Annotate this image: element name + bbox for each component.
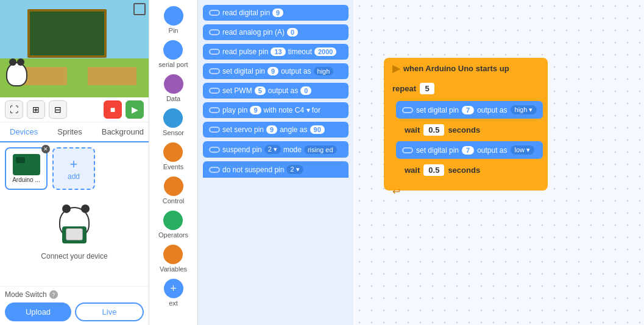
block-num-9b: 9 [250,106,261,114]
pin-num-7b[interactable]: 7 [462,146,474,155]
block-text: suspend pin [222,145,262,154]
script-stack: ▶ when Arduino Uno starts up repeat 5 se… [384,58,548,190]
grid1-button[interactable]: ⊞ [27,100,45,119]
connect-device-area: Connect your device [5,195,144,267]
tab-devices[interactable]: Devices [0,122,48,142]
wait-label-1: wait [405,125,420,135]
block-suspend-pin[interactable]: suspend pin 2 ▾ mode rising ed [203,141,349,158]
block-oval-icon [209,147,220,153]
block-oval-icon [209,127,220,133]
category-pin[interactable]: Pin [164,6,183,34]
category-operators[interactable]: Operators [158,211,188,239]
stage-area [0,0,149,97]
close-device-icon[interactable]: ✕ [41,145,50,153]
block-num-5: 5 [255,86,266,95]
repeat-num[interactable]: 5 [420,83,434,94]
block-drop-2b: 2 ▾ [286,165,303,174]
block-set-pwm[interactable]: set PWM 5 output as 0 [203,83,349,99]
panda-robot-icon [50,201,99,250]
block-text: set PWM [222,86,252,95]
category-variables[interactable]: Variables [160,245,187,273]
pin-icon [164,6,183,26]
mode-switch-label: Mode Switch [5,290,47,299]
play-button[interactable]: ▶ [126,100,144,119]
script-wait-1: wait 0.5 seconds [396,121,548,139]
block-num-0: 0 [300,86,311,95]
data-icon [164,74,183,94]
tab-sprites[interactable]: Sprites [48,122,91,141]
script-wait-2: wait 0.5 seconds [396,161,548,180]
script-footer: ↩ [384,181,548,190]
wait-num-2[interactable]: 0.5 [423,164,444,176]
live-button[interactable]: Live [75,302,144,321]
block-read-analog[interactable]: read analog pin (A) 0 [203,24,349,40]
toolbar: ⛶ ⊞ ⊟ ■ ▶ [0,97,149,122]
block-text2: output as [477,146,507,155]
output-low-drop[interactable]: low ▾ [511,145,535,155]
extension-icon: + [164,279,183,298]
block-no-suspend[interactable]: do not suspend pin 2 ▾ [203,161,349,178]
script-area[interactable]: ▶ when Arduino Uno starts up repeat 5 se… [353,0,644,325]
block-text2: angle as [280,125,307,134]
category-control[interactable]: Control [163,176,184,204]
block-text2: output as [477,106,507,114]
block-text: set digital pin [222,67,265,75]
block-text2: output as [268,86,298,95]
block-oval-icon [209,49,220,55]
script-repeat: repeat 5 [384,79,548,98]
stop-button[interactable]: ■ [104,100,122,119]
arduino-device-card[interactable]: ✕ Arduino ... [5,147,48,190]
wait-label-2: wait [405,166,420,175]
tab-background[interactable]: Background [92,122,154,141]
category-events[interactable]: Events [163,142,184,170]
block-text: set digital pin [416,146,459,155]
pin-num-7[interactable]: 7 [462,106,474,114]
block-oval-icon [402,107,413,113]
block-read-digital[interactable]: read digital pin 9 [203,5,349,21]
block-text: set servo pin [222,125,264,134]
add-device-button[interactable]: + add [52,147,95,190]
block-read-pulse[interactable]: read pulse pin 13 timeout 2000 [203,44,349,60]
extension-label: ext [169,299,178,307]
block-set-digital[interactable]: set digital pin 9 output as high [203,63,349,79]
mode-info-icon[interactable]: ? [49,290,58,299]
upload-button[interactable]: Upload [5,302,71,321]
block-oval-icon [209,68,220,74]
output-high-drop[interactable]: high ▾ [511,105,537,114]
block-text2: timeout [288,47,312,56]
script-block-2[interactable]: set digital pin 7 output as low ▾ [396,141,543,159]
categories-panel: Pin serial port Data Sensor Events Contr… [149,0,198,325]
add-label: add [68,172,80,181]
block-num-2000: 2000 [314,47,336,56]
block-oval-icon [402,147,413,153]
category-extension[interactable]: + ext [164,279,183,307]
block-num-13: 13 [271,47,285,56]
blocks-panel: read digital pin 9 read analog pin (A) 0… [198,0,353,325]
block-num-9: 9 [267,67,278,75]
category-data[interactable]: Data [164,74,183,102]
connect-text: Connect your device [41,252,107,260]
block-play-pin[interactable]: play pin 9 with note C4 ▾ for [203,102,349,118]
serial-label: serial port [158,61,188,68]
serial-icon [163,40,183,60]
devices-area: ✕ Arduino ... + add Connect your device [0,142,149,286]
operators-label: Operators [158,231,188,239]
script-block-1[interactable]: set digital pin 7 output as high ▾ [396,101,543,119]
variables-icon [163,245,183,264]
operators-icon [163,211,183,230]
block-set-servo[interactable]: set servo pin 9 angle as 90 [203,122,349,138]
stage-panel: ⛶ ⊞ ⊟ ■ ▶ Devices Sprites Background ✕ A… [0,0,149,325]
device-name-label: Arduino ... [12,176,40,183]
block-text: play pin [222,106,247,114]
grid2-button[interactable]: ⊟ [49,100,67,119]
events-icon [163,142,183,162]
block-num: 0 [287,28,298,37]
block-oval-icon [209,107,220,113]
block-num-9c: 9 [266,125,277,134]
category-serial[interactable]: serial port [158,40,188,68]
wait-num-1[interactable]: 0.5 [423,124,444,136]
sensor-icon [163,108,183,128]
expand-button[interactable]: ⛶ [5,100,23,119]
plus-icon: + [70,156,78,172]
category-sensor[interactable]: Sensor [163,108,184,136]
